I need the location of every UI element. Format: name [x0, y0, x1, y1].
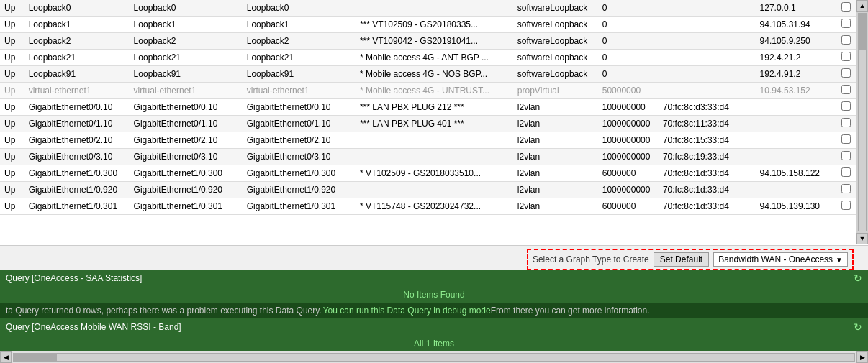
table-cell: Up [0, 116, 24, 132]
row-checkbox-cell [836, 132, 856, 149]
debug-link[interactable]: You can run this Data Query in debug mod… [323, 305, 491, 316]
no-items-text: No Items Found [403, 290, 464, 300]
table-cell [756, 99, 836, 116]
row-checkbox[interactable] [841, 184, 851, 193]
table-cell: GigabitEthernet1/0.301 [130, 198, 243, 215]
table-row: Upvirtual-ethernet1virtual-ethernet1virt… [0, 83, 856, 99]
vertical-scrollbar[interactable]: ▲ ▼ [856, 0, 868, 244]
table-cell: Up [0, 182, 24, 198]
table-cell: 94.105.31.94 [756, 17, 836, 33]
table-cell: GigabitEthernet1/0.920 [24, 182, 130, 198]
table-cell: GigabitEthernet1/0.300 [24, 165, 130, 182]
table-cell: * VT102509 - GS2018033510... [356, 165, 513, 182]
table-cell: 0 [598, 33, 659, 50]
table-cell [659, 17, 756, 33]
table-cell: 6000000 [598, 198, 659, 215]
row-checkbox-cell [836, 83, 856, 99]
table-cell: 94.105.158.122 [756, 165, 836, 182]
row-checkbox[interactable] [841, 52, 851, 61]
table-cell [756, 116, 836, 132]
scrollbar-down-btn[interactable]: ▼ [856, 233, 868, 244]
graph-toolbar-row: Select a Graph Type to Create Set Defaul… [0, 245, 868, 270]
table-cell: l2vlan [513, 99, 598, 116]
table-cell: 70:fc:8c:1d:33:d4 [659, 198, 756, 215]
table-cell: Loopback2 [130, 33, 243, 50]
table-cell [659, 83, 756, 99]
row-checkbox[interactable] [841, 101, 851, 111]
table-cell: 127.0.0.1 [756, 0, 836, 17]
table-row: UpLoopback2Loopback2Loopback2*** VT10904… [0, 33, 856, 50]
query-bar-1-text: Query [OneAccess - SAA Statistics] [6, 273, 142, 283]
table-cell [356, 149, 513, 165]
table-cell: Loopback0 [130, 0, 243, 17]
table-cell: Loopback91 [130, 66, 243, 83]
table-cell: Up [0, 132, 24, 149]
table-cell: GigabitEthernet0/3.10 [243, 149, 356, 165]
table-cell: Loopback1 [24, 17, 130, 33]
table-cell: 100000000 [598, 99, 659, 116]
row-checkbox[interactable] [841, 151, 851, 160]
table-cell: softwareLoopback [513, 0, 598, 17]
table-cell: 192.4.91.2 [756, 66, 836, 83]
row-checkbox[interactable] [841, 201, 851, 210]
table-cell: Loopback0 [243, 0, 356, 17]
table-cell: GigabitEthernet0/3.10 [130, 149, 243, 165]
refresh-icon-2[interactable]: ↻ [854, 321, 862, 333]
table-cell: Loopback21 [24, 50, 130, 66]
table-cell: l2vlan [513, 198, 598, 215]
horizontal-scrollbar[interactable]: ◀ ▶ [0, 351, 868, 363]
table-cell: GigabitEthernet0/2.10 [130, 132, 243, 149]
row-checkbox-cell [836, 66, 856, 83]
table-cell [356, 132, 513, 149]
main-container: UpLoopback0Loopback0Loopback0softwareLoo… [0, 0, 868, 363]
row-checkbox[interactable] [841, 2, 851, 12]
row-checkbox-cell [836, 116, 856, 132]
graph-type-value: Bandwidth WAN - OneAccess [718, 254, 833, 265]
table-cell: 1000000000 [598, 116, 659, 132]
set-default-button[interactable]: Set Default [654, 252, 709, 267]
info-suffix: From there you can get more information. [491, 305, 650, 316]
table-cell: *** LAN PBX PLUG 212 *** [356, 99, 513, 116]
query-bar-2-text: Query [OneAccess Mobile WAN RSSI - Band] [6, 322, 181, 332]
table-cell: *** LAN PBX PLUG 401 *** [356, 116, 513, 132]
table-cell: Loopback1 [243, 17, 356, 33]
table-cell: virtual-ethernet1 [24, 83, 130, 99]
row-checkbox[interactable] [841, 118, 851, 127]
row-checkbox[interactable] [841, 68, 851, 78]
row-checkbox[interactable] [841, 85, 851, 94]
scrollbar-up-btn[interactable]: ▲ [856, 0, 868, 12]
table-cell: *** VT102509 - GS20180335... [356, 17, 513, 33]
scrollbar-left-btn[interactable]: ◀ [0, 351, 12, 363]
select-graph-label: Select a Graph Type to Create [533, 254, 649, 265]
table-row: UpGigabitEthernet1/0.300GigabitEthernet1… [0, 165, 856, 182]
row-checkbox[interactable] [841, 167, 851, 177]
table-cell: Loopback2 [243, 33, 356, 50]
table-cell: *** VT109042 - GS20191041... [356, 33, 513, 50]
table-row: UpLoopback91Loopback91Loopback91* Mobile… [0, 66, 856, 83]
table-cell: l2vlan [513, 132, 598, 149]
table-cell [356, 182, 513, 198]
row-checkbox-cell [836, 33, 856, 50]
table-cell: 50000000 [598, 83, 659, 99]
table-cell: 94.105.139.130 [756, 198, 836, 215]
table-cell [756, 132, 836, 149]
table-row: UpGigabitEthernet1/0.301GigabitEthernet1… [0, 198, 856, 215]
row-checkbox[interactable] [841, 35, 851, 45]
query-bar-2: Query [OneAccess Mobile WAN RSSI - Band]… [0, 318, 868, 336]
row-checkbox[interactable] [841, 134, 851, 144]
row-checkbox-cell [836, 17, 856, 33]
scrollbar-track[interactable] [13, 353, 855, 362]
scrollbar-right-btn[interactable]: ▶ [856, 351, 868, 363]
table-cell: 1000000000 [598, 149, 659, 165]
vertical-scrollbar-track[interactable] [858, 13, 867, 231]
refresh-icon-1[interactable]: ↻ [854, 272, 862, 284]
scrollbar-thumb[interactable] [14, 354, 57, 361]
vertical-scrollbar-thumb[interactable] [859, 14, 866, 50]
table-cell: softwareLoopback [513, 17, 598, 33]
row-checkbox[interactable] [841, 19, 851, 28]
table-cell: virtual-ethernet1 [130, 83, 243, 99]
graph-type-select-container[interactable]: Bandwidth WAN - OneAccess ▼ [713, 252, 848, 267]
table-cell: 70:fc:8c:1d:33:d4 [659, 182, 756, 198]
table-cell: Loopback21 [243, 50, 356, 66]
table-container: UpLoopback0Loopback0Loopback0softwareLoo… [0, 0, 868, 244]
